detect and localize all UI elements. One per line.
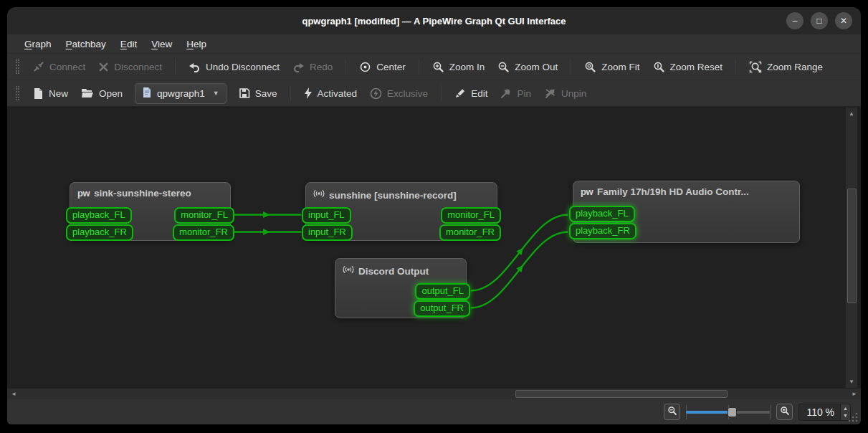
port-playback_FL[interactable]: playback_FL — [66, 207, 132, 224]
port-monitor_FL[interactable]: monitor_FL — [174, 207, 234, 224]
scroll-up-icon[interactable]: ▲ — [846, 110, 857, 117]
zoom-in-button[interactable]: Zoom In — [426, 57, 492, 77]
port-playback_FR[interactable]: playback_FR — [66, 224, 133, 241]
open-button[interactable]: Open — [75, 84, 129, 103]
close-button[interactable]: ✕ — [835, 12, 852, 29]
toolbar-separator — [345, 59, 346, 75]
statusbar-zoom-out-button[interactable] — [664, 404, 680, 420]
pin-icon — [500, 87, 512, 99]
redo-button[interactable]: Redo — [286, 57, 339, 76]
port-output_FR[interactable]: output_FR — [414, 300, 470, 317]
connect-icon — [33, 61, 44, 72]
spin-up-icon[interactable]: ▲ — [843, 405, 848, 411]
patchbay-select-value: qpwgraph1 — [157, 88, 205, 99]
connection-arrow-icon — [263, 229, 270, 235]
zoom-range-button[interactable]: Zoom Range — [743, 57, 829, 77]
scroll-right-icon[interactable]: ► — [852, 391, 857, 397]
menu-patchbay[interactable]: Patchbay — [59, 37, 113, 52]
toolbar-drag-handle[interactable] — [16, 60, 19, 74]
disconnect-button[interactable]: Disconnect — [92, 58, 168, 76]
patchbay-file-icon — [142, 87, 152, 100]
zoom-value: 110 % — [806, 406, 840, 418]
activated-button[interactable]: Activated — [297, 84, 364, 103]
port-input_FL[interactable]: input_FL — [302, 207, 351, 224]
new-button[interactable]: New — [27, 84, 75, 103]
undo-icon — [189, 61, 201, 72]
zoom-out-button[interactable]: Zoom Out — [491, 57, 564, 77]
zoom-slider-handle[interactable] — [728, 407, 737, 417]
zoom-slider[interactable] — [686, 405, 771, 419]
zoom-in-icon — [780, 406, 790, 419]
unpin-icon — [544, 87, 556, 99]
minimize-button[interactable]: – — [786, 12, 803, 29]
zoom-reset-icon — [653, 61, 665, 73]
undo-disconnect-button[interactable]: Undo Disconnect — [182, 57, 286, 76]
chevron-down-icon: ▼ — [213, 90, 219, 97]
port-playback_FL[interactable]: playback_FL — [569, 206, 635, 222]
connect-button[interactable]: Connect — [27, 57, 92, 76]
port-monitor_FL[interactable]: monitor_FL — [441, 207, 501, 224]
scroll-down-icon[interactable]: ▼ — [846, 379, 857, 385]
patchbay-select[interactable]: qpwgraph1 ▼ — [135, 83, 226, 104]
pin-button[interactable]: Pin — [494, 84, 538, 103]
vertical-scrollbar[interactable]: ▲ ▼ — [845, 108, 857, 388]
zoom-slider-fill — [686, 411, 732, 414]
window-controls: – □ ✕ — [786, 12, 852, 29]
window-title: qpwgraph1 [modified] — A PipeWire Graph … — [302, 16, 566, 27]
toolbar-separator — [419, 59, 419, 75]
toolbar-separator — [441, 85, 442, 101]
exclusive-bolt-icon — [370, 87, 382, 100]
toolbar-drag-handle[interactable] — [16, 86, 19, 100]
port-output_FL[interactable]: output_FL — [415, 283, 470, 300]
zoom-reset-button[interactable]: Zoom Reset — [647, 57, 730, 77]
menu-bar: Graph Patchbay Edit View Help — [7, 34, 861, 54]
zoom-fit-button[interactable]: Zoom Fit — [578, 57, 646, 77]
new-file-icon — [33, 87, 44, 100]
toolbar-separator — [571, 59, 571, 75]
close-icon: ✕ — [840, 16, 847, 25]
graph-canvas-area: pwsink-sunshine-stereoplayback_FLplaybac… — [7, 107, 861, 388]
menu-edit[interactable]: Edit — [113, 37, 144, 52]
horizontal-scrollbar-thumb[interactable] — [515, 390, 728, 398]
port-monitor_FR[interactable]: monitor_FR — [439, 224, 501, 241]
menu-view[interactable]: View — [144, 37, 179, 52]
title-bar[interactable]: qpwgraph1 [modified] — A PipeWire Graph … — [7, 7, 861, 34]
statusbar-zoom-in-button[interactable] — [776, 404, 793, 420]
center-button[interactable]: Center — [353, 57, 412, 77]
activated-bolt-icon — [304, 87, 313, 99]
save-button[interactable]: Save — [232, 84, 284, 103]
minimize-icon: – — [793, 16, 798, 25]
maximize-icon: □ — [816, 16, 821, 25]
horizontal-scrollbar[interactable]: ◄ ► — [7, 388, 861, 399]
zoom-spinbox[interactable]: 110 % ▲ ▼ — [798, 404, 851, 421]
vertical-scrollbar-thumb[interactable] — [847, 189, 857, 303]
spin-down-icon[interactable]: ▼ — [843, 412, 848, 419]
redo-icon — [292, 61, 305, 72]
graph-canvas[interactable]: pwsink-sunshine-stereoplayback_FLplaybac… — [7, 108, 845, 388]
center-icon — [359, 61, 371, 73]
edit-button[interactable]: Edit — [448, 84, 494, 103]
zoom-out-icon — [667, 406, 677, 419]
resize-grip[interactable] — [848, 412, 858, 422]
port-playback_FR[interactable]: playback_FR — [569, 223, 636, 239]
port-input_FR[interactable]: input_FR — [302, 224, 353, 241]
zoom-out-icon — [497, 61, 510, 73]
patchbay-toolbar: New Open qpwgraph1 ▼ Save Activated Excl… — [7, 80, 861, 107]
zoom-range-icon — [749, 61, 762, 73]
scroll-left-icon[interactable]: ◄ — [11, 391, 16, 397]
menu-help[interactable]: Help — [179, 37, 214, 52]
exclusive-button[interactable]: Exclusive — [363, 84, 434, 103]
maximize-button[interactable]: □ — [811, 12, 828, 29]
edit-pencil-icon — [454, 87, 466, 99]
status-bar: 110 % ▲ ▼ — [7, 399, 861, 424]
disconnect-icon — [98, 62, 109, 72]
port-monitor_FR[interactable]: monitor_FR — [173, 224, 234, 241]
toolbar-separator — [735, 59, 736, 75]
unpin-button[interactable]: Unpin — [538, 84, 593, 103]
menu-graph[interactable]: Graph — [17, 37, 59, 52]
save-icon — [239, 87, 250, 99]
app-window: qpwgraph1 [modified] — A PipeWire Graph … — [7, 7, 861, 424]
graph-toolbar: Connect Disconnect Undo Disconnect Redo … — [7, 54, 861, 80]
zoom-in-icon — [432, 61, 444, 73]
zoom-fit-icon — [584, 61, 596, 73]
